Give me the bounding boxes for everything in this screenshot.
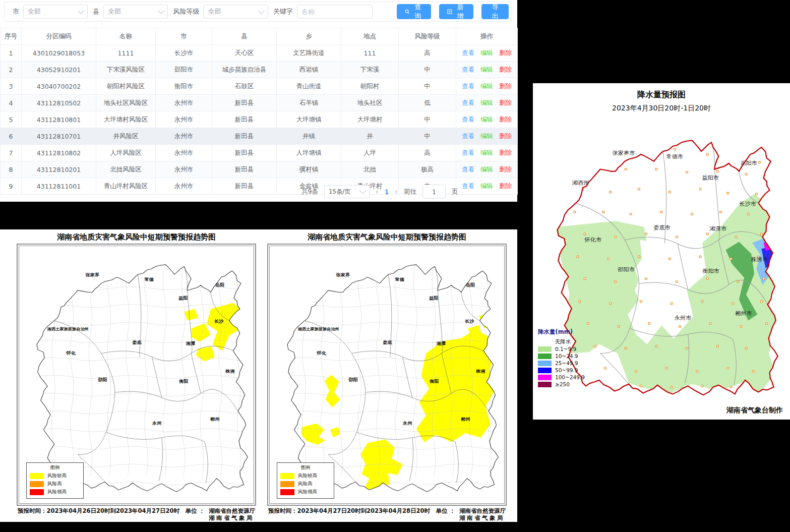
add-button[interactable]: 新增 xyxy=(439,4,473,19)
table-head: 序号分区编码名称市县乡地点风险等级操作 xyxy=(1,28,518,45)
edit-link[interactable]: 编辑 xyxy=(480,132,493,140)
legend-item: 风险较高 xyxy=(30,472,80,479)
edit-link[interactable]: 编辑 xyxy=(480,165,493,173)
table-cell: 北拙 xyxy=(341,161,399,178)
edit-link[interactable]: 编辑 xyxy=(480,149,493,156)
view-link[interactable]: 查看 xyxy=(462,132,474,140)
view-link[interactable]: 查看 xyxy=(462,149,474,156)
region-label: 永州 xyxy=(402,421,412,426)
table-cell: 新田县 xyxy=(212,178,277,195)
search-button[interactable]: 查询 xyxy=(397,4,431,19)
view-link[interactable]: 查看 xyxy=(462,115,474,123)
delete-link[interactable]: 删除 xyxy=(499,82,512,90)
table-row: 143010290180531111长沙市天心区文艺路街道111高查看编辑删除 xyxy=(1,45,518,62)
next-page-button[interactable]: › xyxy=(395,188,398,196)
column-header: 县 xyxy=(212,28,277,45)
legend-label: ≥250 xyxy=(555,381,570,387)
delete-link[interactable]: 删除 xyxy=(499,115,512,123)
pagination: 共9条 15条/页 ‹ 1 › 前往 页 xyxy=(301,185,458,199)
county-select[interactable]: 全部 xyxy=(103,5,168,19)
goto-label: 前往 xyxy=(404,188,416,196)
risk-zone-table: 序号分区编码名称市县乡地点风险等级操作 143010290180531111长沙… xyxy=(0,28,518,195)
table-cell: 衡阳市 xyxy=(156,78,212,95)
table-cell: 高 xyxy=(399,145,456,161)
map-title: 湖南省地质灾害气象风险中短期预警预报趋势图 xyxy=(267,232,507,242)
row-actions: 查看编辑删除 xyxy=(456,45,518,62)
table-cell: 井镇 xyxy=(277,128,341,145)
export-button[interactable]: 导出 xyxy=(481,4,509,19)
county-select-value: 全部 xyxy=(108,7,121,16)
region-label: 永州市 xyxy=(675,315,691,322)
view-link[interactable]: 查看 xyxy=(462,82,474,90)
map-caption: 预报时间：2023年04月27日20时到2023年04月28日20时 单位 ： … xyxy=(267,507,507,522)
delete-link[interactable]: 删除 xyxy=(499,49,512,56)
view-link[interactable]: 查看 xyxy=(462,182,474,190)
region-label: 湘西土家族苗族自治州 xyxy=(297,327,339,331)
view-link[interactable]: 查看 xyxy=(462,99,474,106)
legend-swatch xyxy=(280,481,294,487)
delete-link[interactable]: 删除 xyxy=(499,182,512,190)
region-label: 岳阳 xyxy=(215,282,224,287)
unit-label: 单位 ： xyxy=(436,507,455,522)
table-row: 543112810801大坪塘村风险区永州市新田县大坪塘镇大坪塘村中查看编辑删除 xyxy=(1,111,518,128)
city-filter-label: 市 xyxy=(13,7,19,16)
trend-map-figure-2: 湖南省地质灾害气象风险中短期预警预报趋势图 湘西土家族苗族自治州张家界常德岳阳益… xyxy=(267,230,507,522)
view-link[interactable]: 查看 xyxy=(462,165,474,173)
row-actions: 查看编辑删除 xyxy=(456,128,518,145)
chevron-down-icon xyxy=(78,8,84,14)
table-cell: 9 xyxy=(1,178,22,195)
region-label: 株洲市 xyxy=(751,256,768,263)
chevron-down-icon xyxy=(359,188,366,194)
legend-swatch xyxy=(538,339,552,345)
region-label: 娄底 xyxy=(382,340,392,345)
table-cell: 8 xyxy=(1,161,22,178)
table-cell: 大坪塘镇 xyxy=(277,111,341,128)
table-cell: 2 xyxy=(1,62,22,78)
column-header: 操作 xyxy=(456,28,518,45)
delete-link[interactable]: 删除 xyxy=(499,66,512,73)
edit-link[interactable]: 编辑 xyxy=(480,115,493,123)
table-cell: 地头社区 xyxy=(341,95,399,111)
legend-item: 风险很高 xyxy=(30,489,80,495)
city-select[interactable]: 全部 xyxy=(23,5,88,19)
region-label: 怀化 xyxy=(66,351,76,356)
table-cell: 朝阳村 xyxy=(341,78,399,95)
prev-page-button[interactable]: ‹ xyxy=(376,188,379,196)
row-actions: 查看编辑删除 xyxy=(456,95,518,111)
legend-title: 降水量(mm) xyxy=(538,328,585,336)
column-header: 序号 xyxy=(1,28,22,45)
region-label: 湘潭 xyxy=(186,341,196,346)
table-cell: 西岩镇 xyxy=(277,62,341,78)
view-link[interactable]: 查看 xyxy=(462,49,474,56)
precipitation-legend: 降水量(mm)无降水0.1~9.910~24.925~49.950~99.910… xyxy=(538,328,585,388)
goto-page-input[interactable] xyxy=(422,185,446,199)
table-row: 743112810802人坪风险区永州市新田县人坪塘镇人坪高查看编辑删除 xyxy=(1,145,518,161)
page-size-select[interactable]: 15条/页 xyxy=(324,185,370,198)
current-page[interactable]: 1 xyxy=(385,188,389,196)
legend-label: 无降水 xyxy=(555,338,571,345)
delete-link[interactable]: 删除 xyxy=(499,149,512,156)
unit-line: 湖南省气象局 xyxy=(209,514,255,521)
region-label: 益阳市 xyxy=(702,174,719,181)
delete-link[interactable]: 删除 xyxy=(499,165,512,173)
table-cell: 大坪塘村 xyxy=(341,111,399,128)
region-label: 娄底市 xyxy=(653,224,670,231)
table-cell: 天心区 xyxy=(212,45,277,62)
edit-link[interactable]: 编辑 xyxy=(480,99,493,106)
edit-link[interactable]: 编辑 xyxy=(480,66,493,73)
table-cell: 永州市 xyxy=(156,95,212,111)
rain-map-subtitle: 2023年4月30日20时-1日20时 xyxy=(533,104,790,113)
keyword-input[interactable] xyxy=(297,5,373,19)
edit-link[interactable]: 编辑 xyxy=(480,82,493,90)
delete-link[interactable]: 删除 xyxy=(499,132,512,140)
legend-item: 风险高 xyxy=(280,481,331,487)
edit-link[interactable]: 编辑 xyxy=(480,182,493,190)
edit-link[interactable]: 编辑 xyxy=(480,49,493,56)
table-row: 443112810502地头社区风险区永州市新田县石羊镇地头社区低查看编辑删除 xyxy=(1,95,518,111)
table-cell: 中 xyxy=(399,128,456,145)
chevron-down-icon xyxy=(258,8,265,14)
delete-link[interactable]: 删除 xyxy=(499,99,512,106)
legend-swatch xyxy=(538,353,552,359)
risk-level-select[interactable]: 全部 xyxy=(203,5,268,19)
view-link[interactable]: 查看 xyxy=(462,66,474,73)
